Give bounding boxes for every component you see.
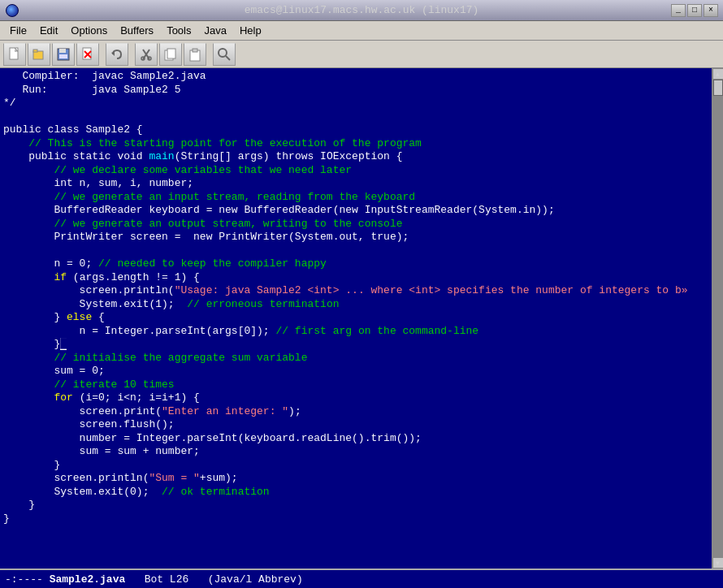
scroll-down-button[interactable]: ▼ xyxy=(712,557,724,569)
cut-button[interactable] xyxy=(135,43,158,66)
svg-rect-2 xyxy=(33,50,37,52)
code-line xyxy=(3,110,708,124)
code-line: // iterate 10 times xyxy=(3,378,708,392)
undo-button[interactable] xyxy=(106,43,128,66)
window-title: emacs@linux17.macs.hw.ac.uk (linux17) xyxy=(245,4,479,16)
code-line: */ xyxy=(3,97,708,110)
svg-rect-4 xyxy=(59,49,66,53)
code-line xyxy=(3,244,708,258)
svg-rect-5 xyxy=(59,54,67,58)
code-line: screen.println("Sum = "+sum); xyxy=(3,472,708,486)
code-line: screen.flush(); xyxy=(3,418,708,432)
paste-button[interactable] xyxy=(184,43,206,66)
scrollbar[interactable]: ▲ ▼ xyxy=(712,68,723,569)
menubar: FileEditOptionsBuffersToolsJavaHelp xyxy=(0,21,723,41)
code-line: PrintWriter screen = new PrintWriter(Sys… xyxy=(3,231,708,244)
minimize-button[interactable]: _ xyxy=(671,4,686,17)
statusbar: -:---- Sample2.java Bot L26 (Java/l Abbr… xyxy=(0,569,723,588)
maximize-button[interactable]: □ xyxy=(687,4,702,17)
code-line: public static void main(String[] args) t… xyxy=(3,150,708,164)
svg-rect-15 xyxy=(167,49,175,58)
code-line: }█ xyxy=(3,338,708,352)
status-mode: -:---- xyxy=(5,573,43,586)
code-line: for (i=0; i<n; i=i+1) { xyxy=(3,391,708,405)
menu-item-help[interactable]: Help xyxy=(233,23,268,38)
code-line: // we declare some variables that we nee… xyxy=(3,164,708,178)
close-file-button[interactable] xyxy=(76,43,99,66)
open-file-button[interactable] xyxy=(28,43,50,66)
code-line: Compiler: javac Sample2.java xyxy=(3,70,708,84)
code-line: // initialise the aggregate sum variable xyxy=(3,352,708,365)
code-editor[interactable]: Compiler: javac Sample2.java Run: java S… xyxy=(0,68,712,569)
menu-item-tools[interactable]: Tools xyxy=(160,23,197,38)
search-button[interactable] xyxy=(213,43,236,66)
code-line: n = 0; // needed to keep the compiler ha… xyxy=(3,257,708,271)
code-line: } xyxy=(3,512,708,526)
copy-button[interactable] xyxy=(159,43,182,66)
code-line: sum = 0; xyxy=(3,365,708,378)
code-line: System.exit(0); // ok termination xyxy=(3,486,708,499)
menu-item-options[interactable]: Options xyxy=(64,23,114,38)
save-file-button[interactable] xyxy=(52,43,75,66)
code-line: sum = sum + number; xyxy=(3,445,708,459)
code-line: n = Integer.parseInt(args[0]); // first … xyxy=(3,325,708,339)
status-extra: (Java/l Abbrev) xyxy=(208,573,303,586)
code-line: public class Sample2 { xyxy=(3,123,708,137)
status-filename: Sample2.java xyxy=(50,573,126,586)
code-line: } else { xyxy=(3,311,708,325)
scroll-thumb[interactable] xyxy=(713,80,723,96)
menu-item-buffers[interactable]: Buffers xyxy=(114,23,160,38)
close-button[interactable]: × xyxy=(704,4,718,17)
code-line: BufferedReader keyboard = new BufferedRe… xyxy=(3,204,708,218)
code-line: int n, sum, i, number; xyxy=(3,177,708,191)
menu-item-java[interactable]: Java xyxy=(197,23,232,38)
code-line: } xyxy=(3,499,708,512)
scroll-up-button[interactable]: ▲ xyxy=(712,68,724,80)
app-icon xyxy=(5,3,19,18)
svg-point-18 xyxy=(219,49,227,57)
titlebar: emacs@linux17.macs.hw.ac.uk (linux17) _ … xyxy=(0,0,723,21)
code-line: // This is the starting point for the ex… xyxy=(3,137,708,151)
menu-item-file[interactable]: File xyxy=(3,23,33,38)
svg-rect-17 xyxy=(193,49,197,52)
code-line: number = Integer.parseInt(keyboard.readL… xyxy=(3,432,708,446)
menu-item-edit[interactable]: Edit xyxy=(33,23,64,38)
code-line: Run: java Sample2 5 xyxy=(3,84,708,97)
code-line: } xyxy=(3,459,708,473)
code-line: if (args.length != 1) { xyxy=(3,271,708,285)
code-line: // we generate an input stream, reading … xyxy=(3,191,708,205)
status-position: Bot L26 xyxy=(145,573,189,586)
main-container: Compiler: javac Sample2.java Run: java S… xyxy=(0,68,723,569)
code-line: System.exit(1); // erroneous termination xyxy=(3,298,708,312)
code-line: screen.println("Usage: java Sample2 <int… xyxy=(3,284,708,298)
window-controls: _ □ × xyxy=(671,4,718,17)
scroll-track[interactable] xyxy=(712,80,723,557)
svg-line-19 xyxy=(226,56,230,60)
code-line: // we generate an output stream, writing… xyxy=(3,218,708,231)
new-file-button[interactable] xyxy=(3,43,26,66)
code-line: screen.print("Enter an integer: "); xyxy=(3,405,708,419)
toolbar xyxy=(0,41,723,68)
